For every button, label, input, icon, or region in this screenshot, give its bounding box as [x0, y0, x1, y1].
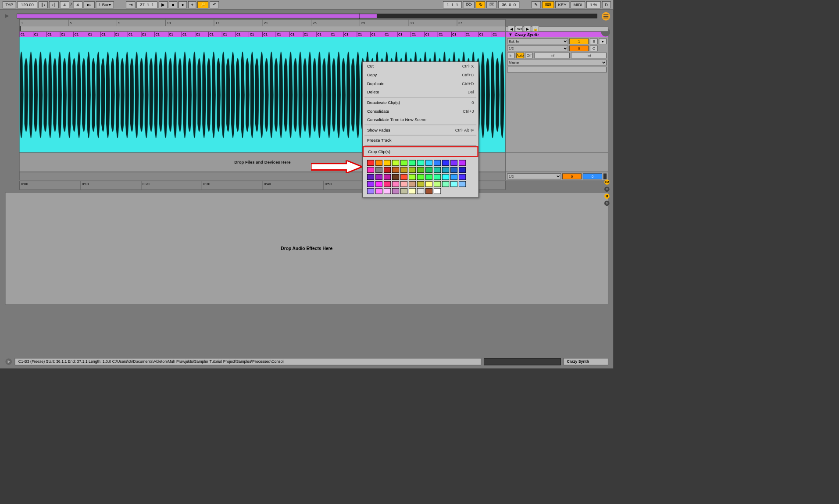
loop-brace[interactable]: [19, 26, 506, 32]
menu-consolidate[interactable]: ConsolidateCtrl+J: [363, 107, 478, 115]
prev-marker-icon[interactable]: ◀: [508, 26, 515, 32]
loop-start-field[interactable]: 1. 1. 1: [443, 1, 462, 8]
send-value[interactable]: 0: [569, 46, 589, 51]
overdub-icon[interactable]: +: [188, 1, 196, 8]
menu-crop-clips[interactable]: Crop Clip(s): [363, 146, 478, 157]
monitor-off-button[interactable]: Off: [525, 53, 533, 58]
overview-bar[interactable]: [17, 14, 597, 18]
color-swatch[interactable]: [417, 160, 424, 166]
color-swatch[interactable]: [459, 167, 466, 173]
color-swatch[interactable]: [417, 188, 424, 194]
cue-button[interactable]: C: [590, 46, 598, 51]
color-swatch[interactable]: [450, 174, 457, 180]
master-out-select[interactable]: 1/2: [507, 173, 561, 179]
menu-deactivate[interactable]: Deactivate Clip(s)0: [363, 98, 478, 107]
track-title[interactable]: ▼Crazy Synth: [506, 32, 608, 37]
color-swatch[interactable]: [434, 167, 441, 173]
record-icon[interactable]: ●: [179, 1, 187, 8]
color-swatch[interactable]: [392, 181, 399, 187]
color-swatch[interactable]: [459, 174, 466, 180]
color-swatch[interactable]: [384, 188, 391, 194]
menu-burger-icon[interactable]: [602, 12, 610, 21]
io-section-toggle-icon[interactable]: I•O: [604, 179, 610, 185]
color-swatch[interactable]: [400, 174, 407, 180]
arm-icon[interactable]: ●: [599, 39, 607, 44]
play-icon[interactable]: ▶: [159, 1, 168, 8]
menu-consolidate-scene[interactable]: Consolidate Time to New Scene: [363, 115, 478, 124]
color-swatch[interactable]: [375, 188, 382, 194]
loop-icon[interactable]: ↻: [476, 1, 485, 8]
output-channel-select[interactable]: [507, 67, 607, 72]
bpm-field[interactable]: 120.00: [18, 1, 37, 8]
color-swatch[interactable]: [384, 167, 391, 173]
color-swatch[interactable]: [392, 160, 399, 166]
menu-show-fades[interactable]: Show FadesCtrl+Alt+F: [363, 126, 478, 135]
color-swatch[interactable]: [375, 174, 382, 180]
clip-header-row[interactable]: C1C1C1C1C1C1C1C1C1C1C1C1C1C1C1C1C1C1C1C1…: [19, 32, 506, 37]
color-swatch[interactable]: [425, 188, 432, 194]
color-swatch[interactable]: [417, 174, 424, 180]
position-field[interactable]: 37. 1. 1: [136, 1, 157, 8]
menu-duplicate[interactable]: DuplicateCtrl+D: [363, 79, 478, 88]
color-swatch[interactable]: [400, 181, 407, 187]
nudge-up-icon[interactable]: ›‖: [49, 1, 58, 8]
sig-den[interactable]: 4: [73, 1, 82, 8]
menu-freeze-track[interactable]: Freeze Track: [363, 136, 478, 145]
midi-map-button[interactable]: MIDI: [571, 1, 585, 8]
velocity-editor[interactable]: [484, 358, 561, 365]
tap-button[interactable]: TAP: [3, 1, 16, 8]
color-swatch[interactable]: [425, 167, 432, 173]
color-swatch[interactable]: [450, 181, 457, 187]
color-swatch[interactable]: [442, 167, 449, 173]
color-swatch[interactable]: [375, 160, 382, 166]
color-swatch[interactable]: [434, 188, 441, 194]
color-swatch[interactable]: [442, 160, 449, 166]
key-map-button[interactable]: KEY: [555, 1, 569, 8]
punch-in-icon[interactable]: ⌦: [463, 1, 475, 8]
master-send2[interactable]: 0: [583, 173, 602, 179]
color-swatch[interactable]: [459, 160, 466, 166]
follow-icon[interactable]: ⇥: [126, 1, 135, 8]
color-swatch[interactable]: [425, 160, 432, 166]
menu-cut[interactable]: CutCtrl+X: [363, 62, 478, 71]
color-swatch[interactable]: [367, 174, 374, 180]
color-swatch[interactable]: [400, 188, 407, 194]
computer-midi-icon[interactable]: ⌨: [542, 1, 554, 8]
color-swatch[interactable]: [392, 174, 399, 180]
color-swatch[interactable]: [409, 181, 416, 187]
color-swatch[interactable]: [425, 181, 432, 187]
set-marker-button[interactable]: Set: [516, 26, 523, 32]
color-swatch[interactable]: [409, 167, 416, 173]
automation-arm-icon[interactable]: 🔑: [198, 1, 209, 8]
color-swatch[interactable]: [367, 188, 374, 194]
monitor-auto-button[interactable]: Auto: [516, 53, 524, 58]
quant-dropdown[interactable]: 1 Bar ▾: [96, 1, 114, 8]
input-type-select[interactable]: Ext. In: [507, 39, 568, 44]
color-swatch[interactable]: [392, 167, 399, 173]
track-number[interactable]: 1: [569, 39, 589, 44]
overload-button[interactable]: D: [602, 1, 611, 8]
input-channel-select[interactable]: 1/2: [507, 46, 568, 51]
color-swatch[interactable]: [434, 174, 441, 180]
color-swatch[interactable]: [392, 188, 399, 194]
draw-icon[interactable]: ✎: [532, 1, 541, 8]
punch-out-icon[interactable]: ⌧: [486, 1, 497, 8]
color-swatch[interactable]: [367, 181, 374, 187]
color-swatch[interactable]: [434, 181, 441, 187]
color-swatch[interactable]: [409, 188, 416, 194]
color-swatch[interactable]: [384, 181, 391, 187]
color-swatch[interactable]: [450, 167, 457, 173]
color-swatch[interactable]: [434, 160, 441, 166]
mixer-section-toggle-icon[interactable]: M: [604, 194, 610, 199]
menu-copy[interactable]: CopyCtrl+C: [363, 71, 478, 79]
color-swatch[interactable]: [409, 174, 416, 180]
delay-section-toggle-icon[interactable]: D: [604, 201, 610, 206]
solo-button[interactable]: S: [590, 39, 598, 44]
back-to-arrange-icon[interactable]: ↶: [210, 1, 219, 8]
color-swatch[interactable]: [375, 167, 382, 173]
play-clip-icon[interactable]: [5, 358, 12, 365]
nudge-down-icon[interactable]: ‖‹: [39, 1, 48, 8]
color-swatch[interactable]: [459, 181, 466, 187]
master-send1[interactable]: 0: [562, 173, 582, 179]
color-swatch[interactable]: [400, 160, 407, 166]
